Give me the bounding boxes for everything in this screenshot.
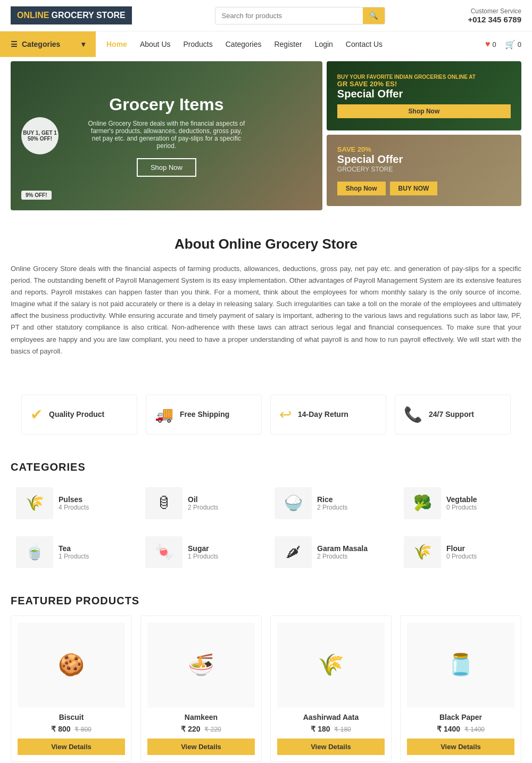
product-name-namkeen: Namkeen	[147, 713, 255, 721]
quality-icon: ✔	[30, 406, 43, 423]
cart-button[interactable]: 🛒 0	[505, 39, 521, 50]
product-price-biscuit: ₹ 800 ₹ 800	[18, 725, 125, 733]
about-text: Online Grocery Store deals with the fina…	[11, 263, 521, 357]
category-img-masala: 🌶	[275, 536, 312, 568]
view-details-aata[interactable]: View Details	[277, 739, 385, 755]
nav-about[interactable]: About Us	[140, 31, 171, 57]
product-img-aata: 🌾	[277, 622, 385, 708]
category-oil[interactable]: 🛢 Oil 2 Products	[140, 482, 263, 524]
logo-online: ONLINE	[17, 11, 49, 20]
chevron-down-icon: ▾	[81, 40, 85, 48]
category-info-sugar: Sugar 1 Products	[188, 544, 218, 560]
product-img-blackpepper: 🫙	[407, 622, 514, 708]
nav-home[interactable]: Home	[106, 31, 127, 57]
nav-register[interactable]: Register	[274, 31, 302, 57]
categories-grid: 🌾 Pulses 4 Products 🛢 Oil 2 Products 🍚 R…	[11, 482, 521, 573]
category-count-tea: 1 Products	[59, 553, 89, 560]
category-info-masala: Garam Masala 2 Products	[317, 544, 368, 560]
side-bottom-subtitle: GROCERY STORE	[337, 166, 511, 173]
feature-return: ↩ 14-Day Return	[270, 395, 386, 434]
product-name-aata: Aashirwad Aata	[277, 713, 385, 721]
category-count-oil: 2 Products	[188, 504, 218, 511]
hero-section: BUY 1, GET 1 50% OFF! Grocery Items Onli…	[0, 57, 532, 215]
current-price-biscuit: ₹ 800	[51, 725, 70, 733]
wishlist-count: 0	[493, 40, 496, 48]
category-info-flour: Flour 0 Products	[446, 544, 477, 560]
about-section: About Online Grocery Store Online Grocer…	[0, 215, 532, 379]
view-details-namkeen[interactable]: View Details	[147, 739, 255, 755]
view-details-blackpepper[interactable]: View Details	[407, 739, 514, 755]
support-label: 24/7 Support	[429, 410, 474, 419]
category-flour[interactable]: 🌾 Flour 0 Products	[398, 531, 521, 573]
category-pulses[interactable]: 🌾 Pulses 4 Products	[11, 482, 134, 524]
hero-description: Online Grocery Store deals with the fina…	[87, 120, 246, 150]
side-bottom-buy-button[interactable]: BUY NOW	[390, 182, 438, 195]
category-count-rice: 2 Products	[317, 504, 347, 511]
side-bottom-shop-button[interactable]: Shop Now	[337, 182, 386, 195]
about-title: About Online Grocery Store	[11, 236, 521, 252]
category-vegetable[interactable]: 🥦 Vegtable 0 Products	[398, 482, 521, 524]
product-aata: 🌾 Aashirwad Aata ₹ 180 ₹ 180 View Detail…	[270, 616, 392, 762]
category-img-sugar: 🍬	[145, 536, 182, 568]
feature-quality: ✔ Quality Product	[21, 395, 137, 434]
product-img-biscuit: 🍪	[18, 622, 125, 708]
nav-categories[interactable]: Categories	[226, 31, 262, 57]
return-label: 14-Day Return	[298, 410, 348, 419]
current-price-aata: ₹ 180	[311, 725, 330, 733]
category-count-flour: 0 Products	[446, 553, 477, 560]
category-img-rice: 🍚	[275, 487, 312, 519]
hero-side: BUY YOUR FAVORITE INDIAN GROCERIES ONLIN…	[327, 61, 521, 210]
side-bottom-save: SAVE 20%	[337, 145, 511, 153]
nav-products[interactable]: Products	[184, 31, 213, 57]
category-count-vegetable: 0 Products	[446, 504, 477, 511]
category-name-vegetable: Vegtable	[446, 495, 477, 504]
category-img-vegetable: 🥦	[404, 487, 441, 519]
hero-side-card-bottom: SAVE 20% Special Offer GROCERY STORE Sho…	[327, 135, 521, 206]
product-namkeen: 🍜 Namkeen ₹ 220 ₹ 220 View Details	[140, 616, 262, 762]
nav-login[interactable]: Login	[315, 31, 333, 57]
phone-number: +012 345 6789	[468, 15, 521, 24]
heart-icon: ♥	[485, 39, 491, 49]
category-masala[interactable]: 🌶 Garam Masala 2 Products	[269, 531, 392, 573]
view-details-biscuit[interactable]: View Details	[18, 739, 125, 755]
badge-bottom-text: 9% OFF!	[26, 192, 47, 198]
search-input[interactable]	[215, 7, 363, 24]
features-section: ✔ Quality Product 🚚 Free Shipping ↩ 14-D…	[11, 384, 521, 445]
logo[interactable]: ONLINE GROCERY STORE	[11, 6, 132, 24]
side-top-shop-button[interactable]: Shop Now	[337, 104, 511, 118]
hero-shop-now-button[interactable]: Shop Now	[137, 158, 196, 177]
category-sugar[interactable]: 🍬 Sugar 1 Products	[140, 531, 263, 573]
category-tea[interactable]: 🍵 Tea 1 Products	[11, 531, 134, 573]
categories-section: CATEGORIES 🌾 Pulses 4 Products 🛢 Oil 2 P…	[0, 450, 532, 584]
original-price-blackpepper: ₹ 1400	[464, 726, 485, 733]
category-name-masala: Garam Masala	[317, 544, 368, 553]
side-bottom-title: Special Offer	[337, 153, 511, 166]
hamburger-icon: ☰	[11, 40, 18, 48]
support-icon: 📞	[404, 406, 422, 423]
original-price-aata: ₹ 180	[334, 726, 351, 733]
category-info-pulses: Pulses 4 Products	[59, 495, 89, 511]
category-rice[interactable]: 🍚 Rice 2 Products	[269, 482, 392, 524]
cart-count: 0	[518, 40, 521, 48]
logo-grocery: GROCERY STORE	[51, 11, 125, 20]
cart-icon: 🛒	[505, 39, 516, 50]
hero-title: Grocery Items	[87, 95, 246, 114]
shipping-icon: 🚚	[155, 406, 173, 423]
badge-left-text: BUY 1, GET 1 50% OFF!	[21, 130, 59, 142]
current-price-blackpepper: ₹ 1400	[437, 725, 460, 733]
side-top-tag: BUY YOUR FAVORITE INDIAN GROCERIES ONLIN…	[337, 74, 511, 80]
search-button[interactable]: 🔍	[363, 7, 385, 24]
category-count-masala: 2 Products	[317, 553, 368, 560]
nav-contact[interactable]: Contact Us	[346, 31, 383, 57]
category-info-oil: Oil 2 Products	[188, 495, 218, 511]
category-info-tea: Tea 1 Products	[59, 544, 89, 560]
top-header: ONLINE GROCERY STORE 🔍 Customer Service …	[0, 0, 532, 31]
products-grid: 🍪 Biscuit ₹ 800 ₹ 800 View Details 🍜 Nam…	[11, 616, 521, 762]
categories-button[interactable]: ☰ Categories ▾	[0, 31, 96, 57]
featured-title: FEATURED PRODUCTS	[11, 595, 521, 607]
hero-badge-left: BUY 1, GET 1 50% OFF!	[21, 117, 59, 154]
customer-service: Customer Service +012 345 6789	[468, 7, 521, 24]
product-blackpepper: 🫙 Black Paper ₹ 1400 ₹ 1400 View Details	[400, 616, 521, 762]
product-biscuit: 🍪 Biscuit ₹ 800 ₹ 800 View Details	[11, 616, 132, 762]
wishlist-button[interactable]: ♥ 0	[485, 39, 496, 49]
